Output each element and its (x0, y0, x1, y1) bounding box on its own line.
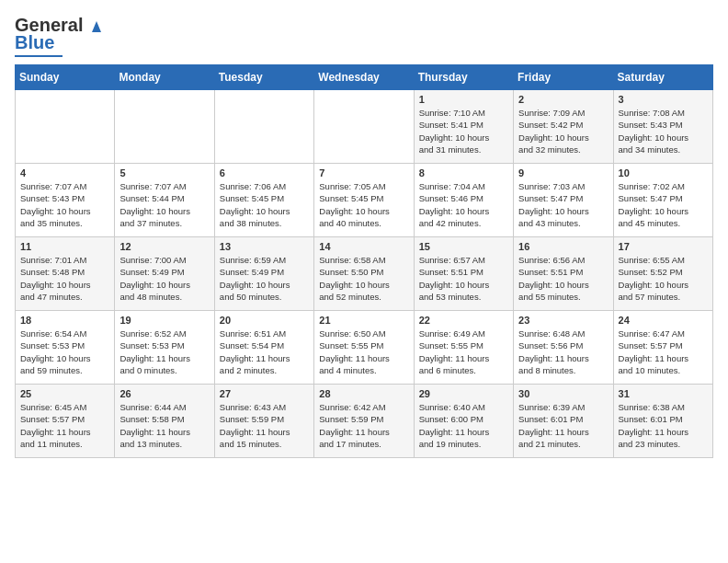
day-info: Sunrise: 6:47 AM Sunset: 5:57 PM Dayligh… (619, 327, 708, 376)
day-number: 31 (619, 388, 708, 399)
day-number: 25 (20, 388, 109, 399)
calendar-cell: 14Sunrise: 6:58 AM Sunset: 5:50 PM Dayli… (314, 237, 414, 311)
day-info: Sunrise: 6:44 AM Sunset: 5:58 PM Dayligh… (119, 401, 209, 450)
day-number: 20 (220, 315, 309, 326)
day-number: 7 (319, 167, 408, 178)
day-info: Sunrise: 7:02 AM Sunset: 5:47 PM Dayligh… (619, 180, 708, 229)
calendar-cell: 18Sunrise: 6:54 AM Sunset: 5:53 PM Dayli… (16, 311, 115, 385)
calendar-cell: 23Sunrise: 6:48 AM Sunset: 5:56 PM Dayli… (514, 311, 613, 385)
calendar-cell: 1Sunrise: 7:10 AM Sunset: 5:41 PM Daylig… (414, 90, 513, 164)
day-info: Sunrise: 7:07 AM Sunset: 5:43 PM Dayligh… (20, 180, 109, 229)
day-info: Sunrise: 6:40 AM Sunset: 6:00 PM Dayligh… (419, 401, 508, 450)
calendar-cell: 10Sunrise: 7:02 AM Sunset: 5:47 PM Dayli… (613, 164, 712, 237)
day-info: Sunrise: 7:09 AM Sunset: 5:42 PM Dayligh… (518, 107, 608, 155)
day-number: 11 (20, 241, 109, 252)
day-number: 5 (119, 167, 209, 178)
calendar-cell: 16Sunrise: 6:56 AM Sunset: 5:51 PM Dayli… (514, 237, 613, 311)
day-number: 3 (619, 94, 708, 105)
calendar-cell: 30Sunrise: 6:39 AM Sunset: 6:01 PM Dayli… (514, 385, 613, 458)
day-number: 30 (518, 388, 608, 399)
day-info: Sunrise: 7:08 AM Sunset: 5:43 PM Dayligh… (619, 107, 708, 155)
day-number: 23 (518, 315, 608, 326)
col-header-monday: Monday (115, 65, 214, 90)
day-info: Sunrise: 6:43 AM Sunset: 5:59 PM Dayligh… (220, 401, 309, 450)
day-info: Sunrise: 6:39 AM Sunset: 6:01 PM Dayligh… (518, 401, 608, 450)
day-number: 15 (419, 241, 508, 252)
col-header-thursday: Thursday (414, 65, 513, 90)
day-info: Sunrise: 7:00 AM Sunset: 5:49 PM Dayligh… (119, 254, 209, 303)
calendar-cell: 26Sunrise: 6:44 AM Sunset: 5:58 PM Dayli… (115, 385, 214, 458)
day-number: 28 (319, 388, 408, 399)
day-number: 13 (220, 241, 309, 252)
svg-marker-0 (92, 21, 101, 32)
day-info: Sunrise: 7:01 AM Sunset: 5:48 PM Dayligh… (20, 254, 109, 303)
logo-text-blue: Blue (15, 32, 54, 53)
calendar-cell: 15Sunrise: 6:57 AM Sunset: 5:51 PM Dayli… (414, 237, 513, 311)
calendar-cell (314, 90, 414, 164)
day-number: 17 (619, 241, 708, 252)
day-number: 14 (319, 241, 408, 252)
day-info: Sunrise: 6:52 AM Sunset: 5:53 PM Dayligh… (119, 327, 209, 376)
day-number: 8 (419, 167, 508, 178)
calendar-cell: 22Sunrise: 6:49 AM Sunset: 5:55 PM Dayli… (414, 311, 513, 385)
calendar-cell: 7Sunrise: 7:05 AM Sunset: 5:45 PM Daylig… (314, 164, 414, 237)
day-info: Sunrise: 6:38 AM Sunset: 6:01 PM Dayligh… (619, 401, 708, 450)
day-number: 10 (619, 167, 708, 178)
calendar-cell: 12Sunrise: 7:00 AM Sunset: 5:49 PM Dayli… (115, 237, 214, 311)
day-number: 29 (419, 388, 508, 399)
calendar-cell: 24Sunrise: 6:47 AM Sunset: 5:57 PM Dayli… (613, 311, 712, 385)
day-info: Sunrise: 6:58 AM Sunset: 5:50 PM Dayligh… (319, 254, 408, 303)
calendar-cell: 25Sunrise: 6:45 AM Sunset: 5:57 PM Dayli… (16, 385, 115, 458)
page-header: General Blue (15, 15, 713, 57)
calendar-cell (16, 90, 115, 164)
calendar-cell: 28Sunrise: 6:42 AM Sunset: 5:59 PM Dayli… (314, 385, 414, 458)
calendar-cell (115, 90, 214, 164)
day-info: Sunrise: 6:59 AM Sunset: 5:49 PM Dayligh… (220, 254, 309, 303)
day-info: Sunrise: 6:54 AM Sunset: 5:53 PM Dayligh… (20, 327, 109, 376)
day-info: Sunrise: 7:10 AM Sunset: 5:41 PM Dayligh… (419, 107, 508, 155)
day-info: Sunrise: 7:03 AM Sunset: 5:47 PM Dayligh… (518, 180, 608, 229)
calendar-cell: 19Sunrise: 6:52 AM Sunset: 5:53 PM Dayli… (115, 311, 214, 385)
logo: General Blue (15, 15, 107, 57)
day-info: Sunrise: 7:04 AM Sunset: 5:46 PM Dayligh… (419, 180, 508, 229)
day-number: 18 (20, 315, 109, 326)
calendar-cell: 31Sunrise: 6:38 AM Sunset: 6:01 PM Dayli… (613, 385, 712, 458)
day-number: 21 (319, 315, 408, 326)
day-info: Sunrise: 6:55 AM Sunset: 5:52 PM Dayligh… (619, 254, 708, 303)
calendar-cell: 17Sunrise: 6:55 AM Sunset: 5:52 PM Dayli… (613, 237, 712, 311)
day-info: Sunrise: 6:48 AM Sunset: 5:56 PM Dayligh… (518, 327, 608, 376)
calendar-cell: 21Sunrise: 6:50 AM Sunset: 5:55 PM Dayli… (314, 311, 414, 385)
day-info: Sunrise: 6:42 AM Sunset: 5:59 PM Dayligh… (319, 401, 408, 450)
day-number: 12 (119, 241, 209, 252)
day-number: 26 (119, 388, 209, 399)
calendar-cell (214, 90, 313, 164)
day-number: 24 (619, 315, 708, 326)
day-number: 6 (220, 167, 309, 178)
col-header-friday: Friday (514, 65, 613, 90)
col-header-wednesday: Wednesday (314, 65, 414, 90)
day-info: Sunrise: 6:49 AM Sunset: 5:55 PM Dayligh… (419, 327, 508, 376)
day-info: Sunrise: 7:06 AM Sunset: 5:45 PM Dayligh… (220, 180, 309, 229)
col-header-saturday: Saturday (613, 65, 712, 90)
calendar-cell: 4Sunrise: 7:07 AM Sunset: 5:43 PM Daylig… (16, 164, 115, 237)
calendar-cell: 9Sunrise: 7:03 AM Sunset: 5:47 PM Daylig… (514, 164, 613, 237)
logo-triangle-icon (86, 16, 107, 36)
day-info: Sunrise: 7:07 AM Sunset: 5:44 PM Dayligh… (119, 180, 209, 229)
col-header-sunday: Sunday (16, 65, 115, 90)
calendar-cell: 2Sunrise: 7:09 AM Sunset: 5:42 PM Daylig… (514, 90, 613, 164)
day-info: Sunrise: 6:57 AM Sunset: 5:51 PM Dayligh… (419, 254, 508, 303)
day-number: 27 (220, 388, 309, 399)
day-number: 22 (419, 315, 508, 326)
calendar-cell: 5Sunrise: 7:07 AM Sunset: 5:44 PM Daylig… (115, 164, 214, 237)
day-number: 1 (419, 94, 508, 105)
day-number: 19 (119, 315, 209, 326)
day-info: Sunrise: 6:45 AM Sunset: 5:57 PM Dayligh… (20, 401, 109, 450)
day-info: Sunrise: 6:56 AM Sunset: 5:51 PM Dayligh… (518, 254, 608, 303)
calendar-table: SundayMondayTuesdayWednesdayThursdayFrid… (15, 64, 713, 458)
calendar-cell: 3Sunrise: 7:08 AM Sunset: 5:43 PM Daylig… (613, 90, 712, 164)
day-number: 9 (518, 167, 608, 178)
calendar-cell: 27Sunrise: 6:43 AM Sunset: 5:59 PM Dayli… (214, 385, 313, 458)
day-info: Sunrise: 6:51 AM Sunset: 5:54 PM Dayligh… (220, 327, 309, 376)
day-info: Sunrise: 6:50 AM Sunset: 5:55 PM Dayligh… (319, 327, 408, 376)
day-number: 16 (518, 241, 608, 252)
